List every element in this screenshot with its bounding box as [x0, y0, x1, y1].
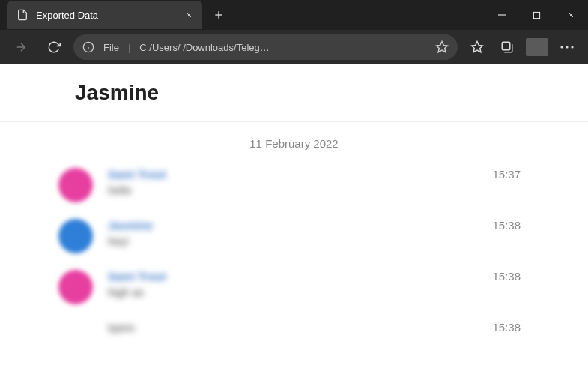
svg-point-16 [566, 46, 568, 48]
tab-title: Exported Data [36, 10, 98, 21]
maximize-button[interactable] [519, 0, 554, 30]
browser-toolbar: File | C:/Users/ /Downloads/Teleg… [0, 30, 588, 64]
message-item: Sami Trout hello 15:37 [58, 168, 530, 202]
window-controls [485, 0, 588, 30]
message-sender: Jasmine [108, 219, 530, 232]
message-item: Jasmine hey! 15:38 [58, 219, 530, 253]
message-body: typos [108, 321, 530, 334]
message-sender: Sami Trout [108, 270, 530, 283]
address-scheme: File [103, 42, 119, 53]
message-time: 15:38 [492, 219, 521, 232]
message-time: 15:38 [492, 270, 521, 283]
collections-button[interactable] [494, 34, 521, 61]
message-body: Jasmine hey! [108, 219, 530, 247]
chat-title: Jasmine [0, 64, 588, 122]
svg-marker-12 [437, 42, 448, 52]
avatar-placeholder [58, 321, 93, 355]
address-bar[interactable]: File | C:/Users/ /Downloads/Teleg… [73, 34, 458, 60]
close-button[interactable] [554, 0, 588, 30]
date-divider: 11 February 2022 [0, 137, 588, 150]
new-tab-button[interactable] [213, 9, 235, 21]
message-sender: Sami Trout [108, 168, 530, 181]
file-icon [16, 9, 28, 21]
svg-rect-14 [502, 42, 510, 50]
svg-rect-5 [533, 12, 539, 18]
avatar [58, 219, 93, 253]
message-item: Sami Trout high as 15:38 [58, 270, 530, 304]
menu-button[interactable] [554, 34, 581, 61]
message-body: Sami Trout high as [108, 270, 530, 298]
page-content: Jasmine 11 February 2022 Sami Trout hell… [0, 64, 588, 389]
address-separator: | [128, 42, 130, 53]
minimize-button[interactable] [485, 0, 519, 30]
toolbar-right [464, 34, 581, 61]
browser-tab[interactable]: Exported Data [7, 1, 202, 29]
avatar [58, 270, 93, 304]
message-text: typos [108, 321, 530, 334]
svg-marker-13 [472, 42, 483, 52]
tab-close-icon[interactable] [184, 10, 193, 19]
message-time: 15:38 [492, 321, 521, 334]
forward-button [7, 34, 34, 61]
message-time: 15:37 [492, 168, 521, 181]
message-body: Sami Trout hello [108, 168, 530, 196]
favorites-button[interactable] [464, 34, 491, 61]
message-list: Sami Trout hello 15:37 Jasmine hey! 15:3… [0, 168, 588, 355]
browser-chrome: Exported Data [0, 0, 588, 64]
svg-point-17 [571, 46, 573, 48]
add-favorite-icon[interactable] [435, 40, 449, 54]
profile-button[interactable] [524, 34, 551, 61]
tab-bar: Exported Data [0, 0, 588, 30]
message-text: hey! [108, 235, 530, 247]
message-text: high as [108, 286, 530, 298]
refresh-button[interactable] [40, 34, 67, 61]
svg-point-15 [560, 46, 563, 48]
message-item: typos 15:38 [58, 321, 530, 355]
address-path: C:/Users/ /Downloads/Teleg… [139, 42, 426, 53]
message-text: hello [108, 184, 530, 196]
avatar [58, 168, 93, 202]
info-icon[interactable] [82, 41, 94, 53]
